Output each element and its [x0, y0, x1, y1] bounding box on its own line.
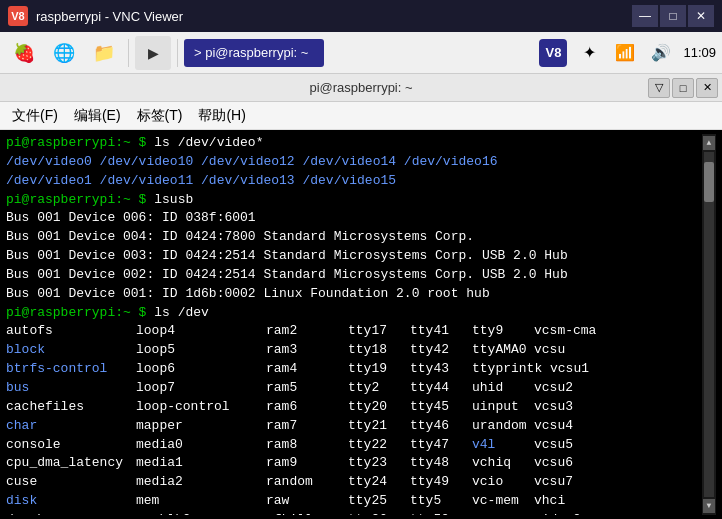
devlist-row-4: bus loop7 ram5 tty2 tty44 uhid vcsu2 — [6, 379, 702, 398]
terminal-line-1: pi@raspberrypi:~ $ ls /dev/video* — [6, 134, 702, 153]
folder-icon[interactable]: 📁 — [86, 36, 122, 70]
terminal[interactable]: pi@raspberrypi:~ $ ls /dev/video* /dev/v… — [0, 130, 722, 519]
devlist-row-11: dma_heap mmcblk0 rfkill tty26 tty50 vcs … — [6, 511, 702, 515]
conn-close[interactable]: ✕ — [696, 78, 718, 98]
raspberry-icon[interactable]: 🍓 — [6, 36, 42, 70]
terminal-line-9: Bus 001 Device 001: ID 1d6b:0002 Linux F… — [6, 285, 702, 304]
terminal-output: pi@raspberrypi:~ $ ls /dev/video* /dev/v… — [6, 134, 702, 515]
devlist-row-5: cachefiles loop-control ram6 tty20 tty45… — [6, 398, 702, 417]
conn-maximize[interactable]: □ — [672, 78, 694, 98]
toolbar-right: V8 ✦ 📶 🔊 11:09 — [539, 39, 716, 67]
terminal-line-3: /dev/video1 /dev/video11 /dev/video13 /d… — [6, 172, 702, 191]
address-bar[interactable]: > pi@raspberrypi: ~ — [184, 39, 324, 67]
devlist-row-1: autofs loop4 ram2 tty17 tty41 tty9 vcsm-… — [6, 322, 702, 341]
menu-bar: 文件(F) 编辑(E) 标签(T) 帮助(H) — [0, 102, 722, 130]
close-button[interactable]: ✕ — [688, 5, 714, 27]
terminal-line-10: pi@raspberrypi:~ $ ls /dev — [6, 304, 702, 323]
conn-minimize[interactable]: ▽ — [648, 78, 670, 98]
devlist: autofs loop4 ram2 tty17 tty41 tty9 vcsm-… — [6, 322, 702, 515]
scroll-thumb[interactable] — [704, 162, 714, 202]
terminal-line-6: Bus 001 Device 004: ID 0424:7800 Standar… — [6, 228, 702, 247]
globe-icon[interactable]: 🌐 — [46, 36, 82, 70]
devlist-row-3: btrfs-control loop6 ram4 tty19 tty43 tty… — [6, 360, 702, 379]
volume-icon[interactable]: 🔊 — [647, 39, 675, 67]
devlist-row-2: block loop5 ram3 tty18 tty42 ttyAMA0 vcs… — [6, 341, 702, 360]
menu-edit[interactable]: 编辑(E) — [66, 104, 129, 128]
connection-title: pi@raspberrypi: ~ — [309, 80, 412, 95]
wifi-icon[interactable]: 📶 — [611, 39, 639, 67]
clock: 11:09 — [683, 45, 716, 60]
devlist-row-10: disk mem raw tty25 tty5 vc-mem vhci — [6, 492, 702, 511]
window-title: raspberrypi - VNC Viewer — [36, 9, 624, 24]
maximize-button[interactable]: □ — [660, 5, 686, 27]
toolbar: 🍓 🌐 📁 ▶ > pi@raspberrypi: ~ V8 ✦ 📶 🔊 11:… — [0, 32, 722, 74]
app-icon: V8 — [8, 6, 28, 26]
menu-help[interactable]: 帮助(H) — [190, 104, 253, 128]
connection-bar: pi@raspberrypi: ~ ▽ □ ✕ — [0, 74, 722, 102]
separator-2 — [177, 39, 178, 67]
title-bar: V8 raspberrypi - VNC Viewer — □ ✕ — [0, 0, 722, 32]
scroll-down[interactable]: ▼ — [703, 499, 715, 513]
terminal-line-4: pi@raspberrypi:~ $ lsusb — [6, 191, 702, 210]
scrollbar[interactable]: ▲ ▼ — [702, 134, 716, 515]
separator-1 — [128, 39, 129, 67]
terminal-line-8: Bus 001 Device 002: ID 0424:2514 Standar… — [6, 266, 702, 285]
vnc-badge: V8 — [539, 39, 567, 67]
devlist-row-7: console media0 ram8 tty22 tty47 v4l vcsu… — [6, 436, 702, 455]
window-controls: — □ ✕ — [632, 5, 714, 27]
scroll-up[interactable]: ▲ — [703, 136, 715, 150]
terminal-line-2: /dev/video0 /dev/video10 /dev/video12 /d… — [6, 153, 702, 172]
terminal-icon[interactable]: ▶ — [135, 36, 171, 70]
terminal-line-5: Bus 001 Device 006: ID 038f:6001 — [6, 209, 702, 228]
menu-file[interactable]: 文件(F) — [4, 104, 66, 128]
menu-tags[interactable]: 标签(T) — [129, 104, 191, 128]
conn-controls: ▽ □ ✕ — [648, 78, 718, 98]
minimize-button[interactable]: — — [632, 5, 658, 27]
devlist-row-9: cuse media2 random tty24 tty49 vcio vcsu… — [6, 473, 702, 492]
bluetooth-icon[interactable]: ✦ — [575, 39, 603, 67]
devlist-row-6: char mapper ram7 tty21 tty46 urandom vcs… — [6, 417, 702, 436]
terminal-line-7: Bus 001 Device 003: ID 0424:2514 Standar… — [6, 247, 702, 266]
address-text: > pi@raspberrypi: ~ — [194, 45, 308, 60]
devlist-row-8: cpu_dma_latency media1 ram9 tty23 tty48 … — [6, 454, 702, 473]
scroll-track[interactable] — [704, 152, 714, 497]
